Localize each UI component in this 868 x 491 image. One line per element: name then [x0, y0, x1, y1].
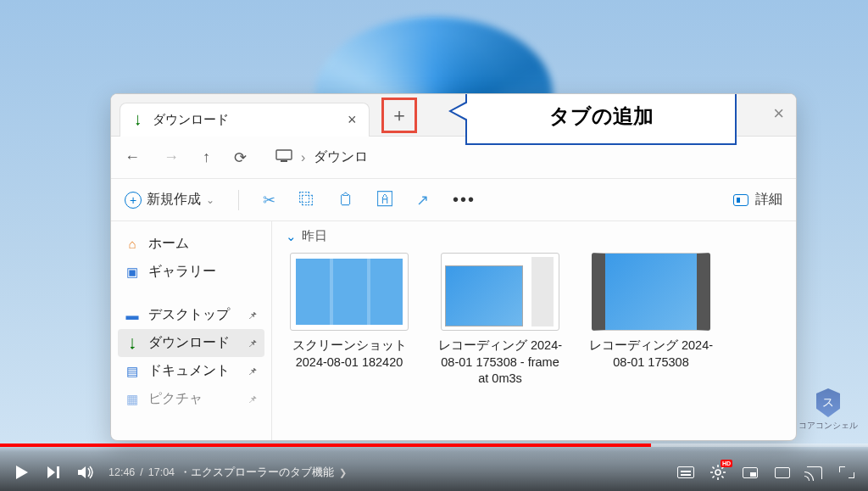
sidebar-item-label: ドキュメント: [148, 362, 230, 380]
pin-icon: 📌︎: [248, 338, 258, 349]
current-time: 12:46: [108, 466, 135, 478]
breadcrumb[interactable]: › ダウンロ: [275, 148, 368, 166]
svg-line-13: [713, 476, 715, 477]
svg-line-11: [713, 467, 715, 469]
file-name: スクリーンショット 2024-08-01 182420: [286, 338, 413, 371]
svg-rect-0: [276, 150, 292, 159]
copy-icon[interactable]: ⿻: [299, 191, 314, 209]
svg-rect-1: [281, 160, 287, 162]
cut-icon[interactable]: ✂: [263, 191, 275, 209]
svg-line-12: [721, 476, 723, 477]
details-icon: [733, 194, 748, 206]
sidebar-item-home[interactable]: ⌂ ホーム: [118, 230, 264, 258]
paste-icon[interactable]: 📋︎: [338, 191, 353, 209]
chapter-title[interactable]: ・エクスプローラーのタブ機能: [180, 466, 334, 480]
chevron-right-icon[interactable]: ❯: [339, 467, 347, 478]
svg-marker-2: [16, 466, 28, 479]
svg-marker-5: [78, 466, 86, 478]
documents-icon: ▤: [125, 364, 140, 379]
breadcrumb-current: ダウンロ: [314, 148, 368, 166]
file-thumbnail: [290, 253, 409, 331]
download-icon: ⭣: [125, 336, 140, 351]
tab-close-button[interactable]: ×: [348, 111, 357, 129]
watermark-label: コアコンシェル: [798, 420, 858, 432]
video-player-controls: 12:46 / 17:04 ・エクスプローラーのタブ機能 ❯ HD: [0, 444, 868, 491]
new-button-label: 新規作成: [147, 191, 201, 209]
back-button[interactable]: ←: [125, 148, 140, 166]
pin-icon: 📌︎: [248, 310, 258, 321]
file-grid: スクリーンショット 2024-08-01 182420 レコーディング 2024…: [286, 253, 782, 388]
window-close-button[interactable]: ×: [773, 103, 784, 125]
explorer-body: ⌂ ホーム ▣ ギャラリー ▬ デスクトップ 📌︎ ⭣ ダウンロード 📌︎ ▤ …: [111, 221, 796, 440]
sidebar-item-label: ギャラリー: [148, 263, 216, 281]
settings-button[interactable]: HD: [709, 463, 727, 482]
explorer-window: タブの追加 の検索 ⭣ ダウンロード × ＋ × ← → ↑ ⟳ › ダウンロ …: [110, 93, 797, 441]
pin-icon: 📌︎: [248, 393, 258, 405]
file-thumbnail: [592, 253, 710, 331]
desktop-icon: ▬: [125, 308, 140, 323]
sidebar-item-label: ピクチャ: [148, 390, 203, 408]
pictures-icon: ▦: [125, 392, 140, 407]
sidebar-item-pictures[interactable]: ▦ ピクチャ 📌︎: [118, 385, 264, 413]
hd-badge: HD: [721, 460, 732, 467]
monitor-icon: [275, 149, 292, 166]
file-item[interactable]: レコーディング 2024-08-01 175308 - frame at 0m3…: [437, 253, 564, 388]
svg-point-6: [715, 470, 721, 475]
more-button[interactable]: •••: [453, 190, 476, 209]
sidebar-item-gallery[interactable]: ▣ ギャラリー: [118, 258, 264, 286]
file-name: レコーディング 2024-08-01 175308: [587, 338, 715, 371]
share-icon[interactable]: ↗: [416, 191, 429, 209]
annotation-highlight-box: ＋: [381, 98, 417, 133]
time-display: 12:46 / 17:04 ・エクスプローラーのタブ機能 ❯: [108, 466, 347, 480]
file-item[interactable]: レコーディング 2024-08-01 175308: [587, 253, 715, 388]
sidebar-item-label: ホーム: [148, 235, 189, 253]
rename-icon[interactable]: 🄰: [377, 191, 392, 209]
tab-title: ダウンロード: [153, 112, 229, 128]
theater-mode-button[interactable]: [773, 463, 792, 482]
play-button[interactable]: [12, 463, 31, 482]
miniplayer-button[interactable]: [741, 463, 760, 482]
new-tab-button[interactable]: ＋: [390, 103, 409, 128]
progress-fill: [0, 444, 651, 447]
group-header-yesterday[interactable]: ⌄ 昨日: [286, 228, 782, 244]
pin-icon: 📌︎: [248, 365, 258, 377]
watermark-shield-icon: ス: [816, 388, 840, 417]
svg-rect-4: [57, 466, 59, 478]
up-button[interactable]: ↑: [203, 148, 210, 166]
next-button[interactable]: [44, 463, 63, 482]
download-icon: ⭣: [132, 113, 144, 126]
sidebar-item-downloads[interactable]: ⭣ ダウンロード 📌︎: [118, 329, 264, 357]
gallery-icon: ▣: [125, 265, 140, 280]
sidebar-item-label: デスクトップ: [148, 306, 230, 324]
progress-bar[interactable]: [0, 444, 868, 447]
fullscreen-button[interactable]: [837, 463, 856, 482]
file-item[interactable]: スクリーンショット 2024-08-01 182420: [286, 253, 413, 388]
sidebar-item-documents[interactable]: ▤ ドキュメント 📌︎: [118, 357, 264, 385]
refresh-button[interactable]: ⟳: [234, 148, 247, 167]
toolbar-divider: [238, 190, 239, 210]
subtitles-button[interactable]: [676, 463, 695, 482]
tab-downloads[interactable]: ⭣ ダウンロード ×: [120, 103, 370, 137]
chevron-right-icon: ›: [301, 150, 305, 165]
volume-button[interactable]: [76, 463, 95, 482]
details-label: 詳細: [755, 191, 782, 209]
file-list-pane: ⌄ 昨日 スクリーンショット 2024-08-01 182420 レコーディング…: [272, 221, 796, 440]
navigation-pane: ⌂ ホーム ▣ ギャラリー ▬ デスクトップ 📌︎ ⭣ ダウンロード 📌︎ ▤ …: [111, 221, 272, 440]
sidebar-item-label: ダウンロード: [148, 334, 230, 352]
callout-text: タブの追加: [549, 103, 654, 130]
file-thumbnail: [441, 253, 559, 331]
svg-marker-3: [47, 466, 55, 478]
forward-button[interactable]: →: [164, 148, 179, 166]
chevron-down-icon: ⌄: [206, 194, 214, 206]
total-time: 17:04: [148, 466, 175, 478]
command-bar: + 新規作成 ⌄ ✂ ⿻ 📋︎ 🄰 ↗ ••• 詳細: [111, 179, 796, 221]
sidebar-item-desktop[interactable]: ▬ デスクトップ 📌︎: [118, 301, 264, 329]
new-button[interactable]: + 新規作成 ⌄: [125, 191, 214, 209]
cast-button[interactable]: [805, 463, 824, 482]
home-icon: ⌂: [125, 237, 140, 252]
annotation-callout: タブの追加: [465, 93, 737, 145]
channel-watermark[interactable]: ス コアコンシェル: [798, 388, 858, 432]
details-pane-button[interactable]: 詳細: [733, 191, 782, 209]
plus-circle-icon: +: [125, 192, 142, 209]
file-name: レコーディング 2024-08-01 175308 - frame at 0m3…: [437, 338, 564, 388]
